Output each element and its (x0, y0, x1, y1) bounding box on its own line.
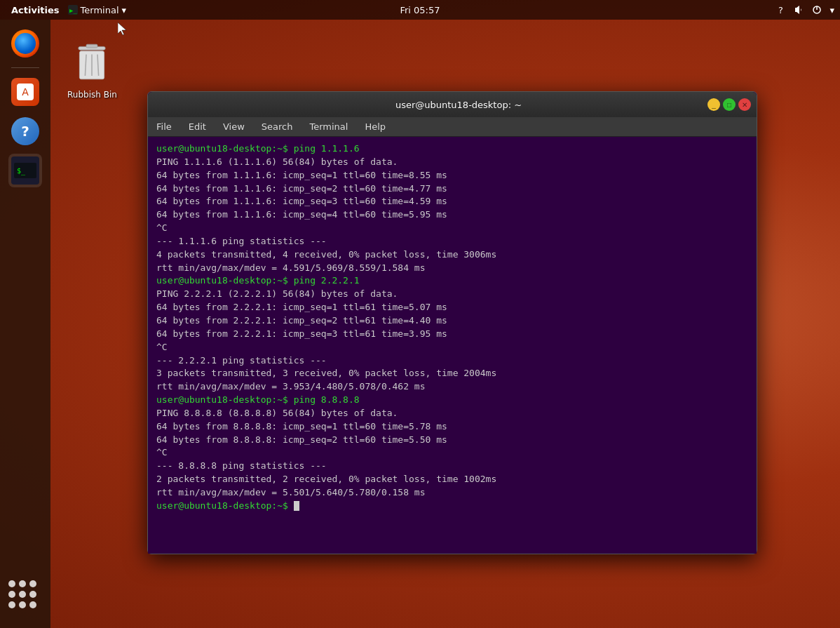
apps-dot (8, 580, 15, 587)
terminal-window: user@ubuntu18-desktop: ~ _ □ ✕ File Edit… (147, 91, 757, 554)
topbar-left: Activities ▶_ Terminal ▾ (6, 5, 126, 15)
apps-dot (19, 580, 26, 587)
terminal-small-icon: ▶_ (68, 5, 78, 15)
menu-terminal[interactable]: Terminal (306, 120, 351, 133)
software-center-icon: A (11, 78, 39, 106)
dock-item-firefox[interactable] (8, 27, 42, 60)
menu-file[interactable]: File (154, 120, 175, 133)
apps-dot (8, 601, 15, 608)
apps-dot (29, 580, 36, 587)
apps-dot (19, 591, 26, 598)
sc-inner-icon: A (17, 83, 34, 100)
dock-item-software-center[interactable]: A (8, 75, 42, 109)
menu-help[interactable]: Help (362, 120, 388, 133)
trash-icon-svg (69, 42, 114, 87)
app-name-label: Terminal (81, 5, 119, 15)
rubbish-bin-label: Rubbish Bin (67, 90, 117, 100)
menu-view[interactable]: View (220, 120, 248, 133)
close-button[interactable]: ✕ (738, 98, 751, 111)
minimize-button[interactable]: _ (707, 98, 720, 111)
menu-search[interactable]: Search (259, 120, 296, 133)
terminal-menubar: File Edit View Search Terminal Help (148, 117, 757, 137)
desktop: Activities ▶_ Terminal ▾ Fri 05:57 ? ▾ (0, 0, 840, 628)
menu-edit[interactable]: Edit (186, 120, 209, 133)
svg-text:▶_: ▶_ (69, 7, 77, 14)
maximize-button[interactable]: □ (723, 98, 736, 111)
help-status-icon[interactable]: ? (775, 4, 786, 15)
mouse-cursor (118, 22, 126, 35)
apps-dot (29, 591, 36, 598)
volume-icon[interactable] (793, 4, 804, 15)
svg-rect-5 (86, 44, 97, 48)
terminal-title: user@ubuntu18-desktop: ~ (210, 100, 707, 110)
dock: A ? $_ (0, 20, 50, 628)
titlebar-controls: _ □ ✕ (707, 98, 751, 111)
dock-divider-1 (11, 67, 39, 68)
power-icon[interactable] (811, 4, 822, 15)
app-menu[interactable]: ▶_ Terminal ▾ (68, 5, 126, 15)
terminal-content[interactable]: user@ubuntu18-desktop:~$ ping 1.1.1.6 PI… (148, 137, 757, 554)
apps-dot (29, 601, 36, 608)
dock-item-help[interactable]: ? (8, 114, 42, 148)
topbar: Activities ▶_ Terminal ▾ Fri 05:57 ? ▾ (0, 0, 840, 20)
terminal-titlebar: user@ubuntu18-desktop: ~ _ □ ✕ (148, 92, 757, 117)
svg-marker-10 (118, 22, 126, 35)
apps-dot (19, 601, 26, 608)
firefox-icon (11, 29, 39, 58)
topbar-clock: Fri 05:57 (400, 5, 440, 15)
help-icon: ? (11, 117, 39, 145)
power-arrow[interactable]: ▾ (829, 5, 834, 15)
terminal-dock-inner: $_ (14, 163, 36, 178)
apps-dot (8, 591, 15, 598)
rubbish-bin-desktop-icon[interactable]: Rubbish Bin (67, 42, 117, 100)
terminal-dock-icon: $_ (11, 156, 39, 185)
dock-item-terminal[interactable]: $_ (8, 154, 42, 187)
activities-button[interactable]: Activities (6, 5, 65, 15)
terminal-prompt-icon: $_ (17, 167, 25, 175)
show-applications-button[interactable] (8, 580, 42, 614)
topbar-right: ? ▾ (775, 4, 834, 15)
app-menu-arrow: ▾ (122, 5, 127, 15)
